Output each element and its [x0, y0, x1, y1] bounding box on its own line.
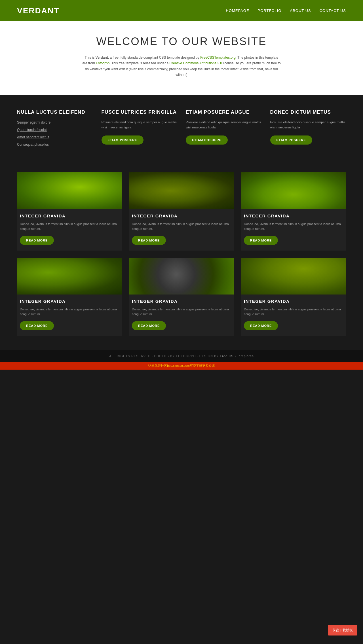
- portfolio-card-5-desc: Donec leo, vivamus fermentum nibh in aug…: [132, 307, 231, 317]
- portfolio-image-5: [129, 258, 234, 295]
- portfolio-image-1: [17, 172, 122, 209]
- feature-2: FUSCE ULTRICES FRINGILLA Posuere eleifen…: [102, 109, 178, 152]
- welcome-title: WELCOME TO OUR WEBSITE: [23, 35, 340, 48]
- site-footer: ALL RIGHTS RESERVED · PHOTOS BY FOTOGRPH…: [0, 350, 363, 362]
- portfolio-card-6-body: INTEGER GRAVIDA Donec leo, vivamus ferme…: [241, 295, 346, 336]
- portfolio-card-4-title: INTEGER GRAVIDA: [20, 299, 119, 304]
- feature-4-title: DONEC DICTUM METUS: [270, 109, 346, 115]
- feature-3-btn[interactable]: ETIAM POSUERE: [186, 135, 228, 145]
- feature-link-2[interactable]: Quam turpis feugiat: [17, 128, 47, 132]
- portfolio-card-6-title: INTEGER GRAVIDA: [244, 299, 343, 304]
- portfolio-card-3-title: INTEGER GRAVIDA: [244, 213, 343, 218]
- portfolio-card-2-title: INTEGER GRAVIDA: [132, 213, 231, 218]
- freecss-link[interactable]: FreeCSSTemplates.org: [200, 56, 236, 60]
- feature-1-links: Semper egetmi dolore Quam turpis feugiat…: [17, 120, 93, 147]
- footer-text: ALL RIGHTS RESERVED · PHOTOS BY FOTOGRPH…: [109, 354, 219, 358]
- portfolio-card-6-btn[interactable]: READ MORE: [244, 321, 278, 330]
- feature-2-btn[interactable]: ETIAM POSUERE: [102, 135, 143, 145]
- features-section: NULLA LUCTUS ELEIFEND Semper egetmi dolo…: [0, 95, 363, 167]
- portfolio-card-4-body: INTEGER GRAVIDA Donec leo, vivamus ferme…: [17, 295, 122, 336]
- site-header: VERDANT HOMEPAGE PORTFOLIO ABOUT US CONT…: [0, 0, 363, 21]
- feature-3-desc: Posuere eleifend odio quisque semper aug…: [186, 120, 262, 130]
- community-bar: 访问鸟哥社区bbs.xienlao.com买资下载更多资源: [0, 362, 363, 370]
- feature-link-1[interactable]: Semper egetmi dolore: [17, 120, 50, 124]
- list-item: Amet hendrerit lectus: [17, 134, 93, 139]
- portfolio-section: INTEGER GRAVIDA Donec leo, vivamus ferme…: [0, 167, 363, 350]
- portfolio-card-2-desc: Donec leo, vivamus fermentum nibh in aug…: [132, 222, 231, 232]
- portfolio-card-3: INTEGER GRAVIDA Donec leo, vivamus ferme…: [241, 172, 346, 251]
- portfolio-image-3: [241, 172, 346, 209]
- main-nav: HOMEPAGE PORTFOLIO ABOUT US CONTACT US: [226, 9, 346, 13]
- feature-4-desc: Posuere eleifend odio quisque semper aug…: [270, 120, 346, 130]
- welcome-section: WELCOME TO OUR WEBSITE This is Verdant, …: [0, 21, 363, 95]
- feature-2-title: FUSCE ULTRICES FRINGILLA: [102, 109, 178, 115]
- portfolio-card-6-desc: Donec leo, vivamus fermentum nibh in aug…: [244, 307, 343, 317]
- portfolio-image-6: [241, 258, 346, 295]
- nav-portfolio[interactable]: PORTFOLIO: [258, 9, 282, 13]
- list-item: Semper egetmi dolore: [17, 120, 93, 125]
- portfolio-card-5-btn[interactable]: READ MORE: [132, 321, 166, 330]
- portfolio-card-3-body: INTEGER GRAVIDA Donec leo, vivamus ferme…: [241, 209, 346, 251]
- portfolio-card-1-desc: Donec leo, vivamus fermentum nibh in aug…: [20, 222, 119, 232]
- portfolio-card-5-title: INTEGER GRAVIDA: [132, 299, 231, 304]
- site-logo: VERDANT: [17, 6, 59, 15]
- feature-4: DONEC DICTUM METUS Posuere eleifend odio…: [270, 109, 346, 152]
- portfolio-card-1-btn[interactable]: READ MORE: [20, 236, 54, 245]
- portfolio-card-4-btn[interactable]: READ MORE: [20, 321, 54, 330]
- brand-name: Verdant: [96, 56, 108, 60]
- list-item: Quam turpis feugiat: [17, 127, 93, 132]
- portfolio-card-2-btn[interactable]: READ MORE: [132, 236, 166, 245]
- community-text: 访问鸟哥社区bbs.xienlao.com买资下载更多资源: [148, 364, 215, 367]
- portfolio-image-4: [17, 258, 122, 295]
- portfolio-image-2: [129, 172, 234, 209]
- nav-about[interactable]: ABOUT US: [290, 9, 311, 13]
- welcome-text: This is Verdant, a free, fully standards…: [82, 55, 281, 78]
- list-item: Consequat phasellus: [17, 142, 93, 147]
- portfolio-card-4-desc: Donec leo, vivamus fermentum nibh in aug…: [20, 307, 119, 317]
- portfolio-card-1-body: INTEGER GRAVIDA Donec leo, vivamus ferme…: [17, 209, 122, 251]
- portfolio-card-3-desc: Donec leo, vivamus fermentum nibh in aug…: [244, 222, 343, 232]
- feature-1-title: NULLA LUCTUS ELEIFEND: [17, 109, 93, 115]
- nav-homepage[interactable]: HOMEPAGE: [226, 9, 249, 13]
- feature-link-4[interactable]: Consequat phasellus: [17, 143, 49, 147]
- portfolio-card-1: INTEGER GRAVIDA Donec leo, vivamus ferme…: [17, 172, 122, 251]
- portfolio-card-3-btn[interactable]: READ MORE: [244, 236, 278, 245]
- portfolio-card-4: INTEGER GRAVIDA Donec leo, vivamus ferme…: [17, 258, 122, 336]
- portfolio-card-2-body: INTEGER GRAVIDA Donec leo, vivamus ferme…: [129, 209, 234, 251]
- cc-link[interactable]: Creative Commons Attributions 3.0: [170, 61, 222, 65]
- feature-1: NULLA LUCTUS ELEIFEND Semper egetmi dolo…: [17, 109, 93, 152]
- nav-contact[interactable]: CONTACT US: [320, 9, 346, 13]
- feature-3-title: ETIAM POSUERE AUGUE: [186, 109, 262, 115]
- portfolio-card-5-body: INTEGER GRAVIDA Donec leo, vivamus ferme…: [129, 295, 234, 336]
- portfolio-card-2: INTEGER GRAVIDA Donec leo, vivamus ferme…: [129, 172, 234, 251]
- portfolio-card-5: INTEGER GRAVIDA Donec leo, vivamus ferme…: [129, 258, 234, 336]
- footer-link[interactable]: Free CSS Templates: [220, 354, 254, 358]
- feature-3: ETIAM POSUERE AUGUE Posuere eleifend odi…: [186, 109, 262, 152]
- portfolio-card-6: INTEGER GRAVIDA Donec leo, vivamus ferme…: [241, 258, 346, 336]
- feature-link-3[interactable]: Amet hendrerit lectus: [17, 135, 49, 139]
- fotogrph-link[interactable]: Fotogrph: [96, 61, 109, 65]
- feature-4-btn[interactable]: ETIAM POSUERE: [270, 135, 312, 145]
- portfolio-card-1-title: INTEGER GRAVIDA: [20, 213, 119, 218]
- feature-2-desc: Posuere eleifend odio quisque semper aug…: [102, 120, 178, 130]
